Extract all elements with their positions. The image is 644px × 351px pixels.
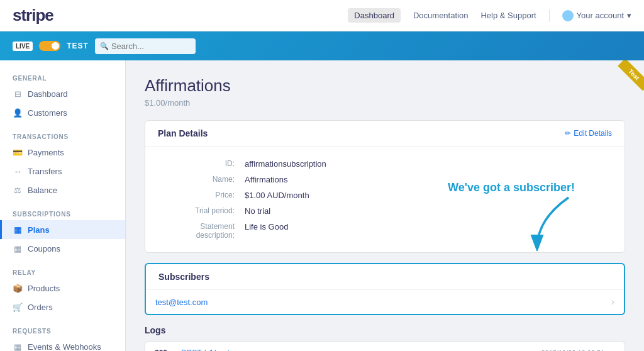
plans-icon: ▦ bbox=[13, 225, 23, 235]
sidebar-item-products[interactable]: 📦 Products bbox=[0, 279, 125, 298]
sidebar: GENERAL ⊟ Dashboard 👤 Customers TRANSACT… bbox=[0, 60, 126, 351]
sidebar-item-payments[interactable]: 💳 Payments bbox=[0, 143, 125, 162]
payments-icon: 💳 bbox=[13, 147, 23, 157]
page-title: Affirmations bbox=[145, 76, 625, 96]
search-wrapper: 🔍 bbox=[95, 38, 196, 54]
sidebar-item-customers[interactable]: 👤 Customers bbox=[0, 103, 125, 122]
search-input[interactable] bbox=[95, 38, 196, 54]
balance-icon: ⚖ bbox=[13, 185, 23, 195]
sidebar-transfers-label: Transfers bbox=[28, 167, 62, 176]
sidebar-coupons-label: Coupons bbox=[28, 244, 60, 254]
field-label-name: Name: bbox=[158, 172, 240, 187]
field-value-statement: Life is Good bbox=[240, 219, 612, 243]
sidebar-item-orders[interactable]: 🛒 Orders bbox=[0, 298, 125, 316]
live-badge: LIVE bbox=[13, 42, 33, 51]
list-item[interactable]: 200 POST /v1/customers 2015/12/02 16:02:… bbox=[145, 342, 625, 351]
field-value-trial: No trial bbox=[240, 203, 612, 219]
sidebar-customers-label: Customers bbox=[28, 108, 67, 118]
page-subtitle: $1.00/month bbox=[145, 98, 625, 108]
log-method[interactable]: POST /v1/customers bbox=[181, 348, 250, 351]
dashboard-icon: ⊟ bbox=[13, 89, 23, 99]
field-label-price: Price: bbox=[158, 187, 240, 203]
field-value-name: Affirmations bbox=[240, 172, 612, 187]
sidebar-dashboard-label: Dashboard bbox=[28, 89, 68, 99]
chevron-right-icon: › bbox=[611, 296, 614, 308]
subscribers-header: Subscribers bbox=[146, 264, 624, 290]
plan-details-table: ID: affirmationsubscription Name: Affirm… bbox=[158, 156, 612, 243]
field-label-statement: Statement description: bbox=[158, 219, 240, 243]
table-row: Statement description: Life is Good bbox=[158, 219, 612, 243]
sidebar-item-coupons[interactable]: ▦ Coupons bbox=[0, 239, 125, 258]
field-value-price: $1.00 AUD/month bbox=[240, 187, 612, 203]
subscriber-email[interactable]: test@test.com bbox=[155, 298, 208, 307]
events-icon: ▦ bbox=[13, 342, 23, 351]
sidebar-general-title: GENERAL bbox=[0, 70, 125, 84]
table-row: ID: affirmationsubscription bbox=[158, 156, 612, 172]
plan-details-card: Plan Details ✏ Edit Details ID: affirmat… bbox=[145, 120, 625, 253]
subscribers-title: Subscribers bbox=[158, 272, 209, 282]
account-menu[interactable]: Your account ▾ bbox=[562, 10, 631, 21]
coupons-icon: ▦ bbox=[13, 243, 23, 254]
table-row: Trial period: No trial bbox=[158, 203, 612, 219]
nav-dashboard[interactable]: Dashboard bbox=[348, 8, 401, 23]
plan-details-header: Plan Details ✏ Edit Details bbox=[145, 121, 625, 147]
sidebar-subscriptions-title: SUBSCRIPTIONS bbox=[0, 206, 125, 220]
nav-divider bbox=[549, 9, 550, 22]
field-label-trial: Trial period: bbox=[158, 203, 240, 219]
account-label: Your account bbox=[577, 11, 624, 20]
orders-icon: 🛒 bbox=[13, 302, 23, 312]
sidebar-item-transfers[interactable]: ↔ Transfers bbox=[0, 162, 125, 181]
account-icon bbox=[562, 10, 574, 21]
logs-section: Logs 200 POST /v1/customers 2015/12/02 1… bbox=[145, 325, 625, 351]
list-item[interactable]: test@test.com › bbox=[146, 290, 624, 314]
sidebar-section-relay: RELAY 📦 Products 🛒 Orders bbox=[0, 264, 125, 316]
sidebar-transactions-title: TRANSACTIONS bbox=[0, 128, 125, 143]
table-row: Name: Affirmations bbox=[158, 172, 612, 187]
chevron-right-icon: › bbox=[612, 348, 615, 351]
subscribers-card: Subscribers test@test.com › bbox=[145, 263, 625, 315]
edit-icon: ✏ bbox=[565, 129, 571, 138]
sidebar-events-label: Events & Webhooks bbox=[28, 342, 101, 352]
edit-details-link[interactable]: ✏ Edit Details bbox=[565, 129, 612, 138]
products-icon: 📦 bbox=[13, 283, 23, 293]
sidebar-item-dashboard[interactable]: ⊟ Dashboard bbox=[0, 84, 125, 103]
sidebar-products-label: Products bbox=[28, 284, 60, 293]
sidebar-section-transactions: TRANSACTIONS 💳 Payments ↔ Transfers ⚖ Ba… bbox=[0, 128, 125, 199]
sidebar-requests-title: REQUESTS bbox=[0, 323, 125, 337]
stripe-logo: stripe bbox=[13, 6, 53, 25]
field-value-id: affirmationsubscription bbox=[240, 156, 612, 172]
customers-icon: 👤 bbox=[13, 108, 23, 118]
main-content: Test Affirmations $1.00/month Plan Detai… bbox=[126, 60, 644, 351]
sidebar-section-subscriptions: SUBSCRIPTIONS ▦ Plans ▦ Coupons bbox=[0, 206, 125, 258]
sidebar-payments-label: Payments bbox=[28, 148, 64, 157]
sidebar-section-general: GENERAL ⊟ Dashboard 👤 Customers bbox=[0, 70, 125, 122]
sidebar-plans-label: Plans bbox=[28, 225, 50, 235]
nav-help[interactable]: Help & Support bbox=[480, 11, 536, 20]
log-status: 200 bbox=[155, 348, 174, 351]
stripe-bar: LIVE TEST 🔍 bbox=[0, 31, 644, 60]
sidebar-relay-title: RELAY bbox=[0, 264, 125, 279]
sidebar-item-events[interactable]: ▦ Events & Webhooks bbox=[0, 337, 125, 351]
edit-details-label: Edit Details bbox=[574, 129, 612, 138]
plan-details-body: ID: affirmationsubscription Name: Affirm… bbox=[145, 147, 625, 252]
sidebar-item-balance[interactable]: ⚖ Balance bbox=[0, 181, 125, 199]
subscribers-body: test@test.com › bbox=[146, 290, 624, 314]
main-layout: GENERAL ⊟ Dashboard 👤 Customers TRANSACT… bbox=[0, 60, 644, 351]
table-row: Price: $1.00 AUD/month bbox=[158, 187, 612, 203]
transfers-icon: ↔ bbox=[13, 166, 23, 176]
top-nav-links: Dashboard Documentation Help & Support Y… bbox=[348, 8, 631, 23]
toggle-knob bbox=[52, 42, 59, 50]
sidebar-orders-label: Orders bbox=[28, 303, 53, 312]
sidebar-section-requests: REQUESTS ▦ Events & Webhooks ▦ Logs bbox=[0, 323, 125, 351]
logs-title: Logs bbox=[145, 325, 625, 335]
sidebar-item-plans[interactable]: ▦ Plans bbox=[0, 220, 125, 239]
nav-documentation[interactable]: Documentation bbox=[413, 11, 468, 20]
search-icon: 🔍 bbox=[100, 42, 109, 50]
test-label: TEST bbox=[67, 42, 89, 50]
live-test-toggle[interactable] bbox=[39, 41, 60, 51]
field-label-id: ID: bbox=[158, 156, 240, 172]
chevron-down-icon: ▾ bbox=[627, 11, 631, 20]
top-navigation: stripe Dashboard Documentation Help & Su… bbox=[0, 0, 644, 31]
plan-details-title: Plan Details bbox=[158, 128, 208, 138]
sidebar-balance-label: Balance bbox=[28, 186, 57, 195]
